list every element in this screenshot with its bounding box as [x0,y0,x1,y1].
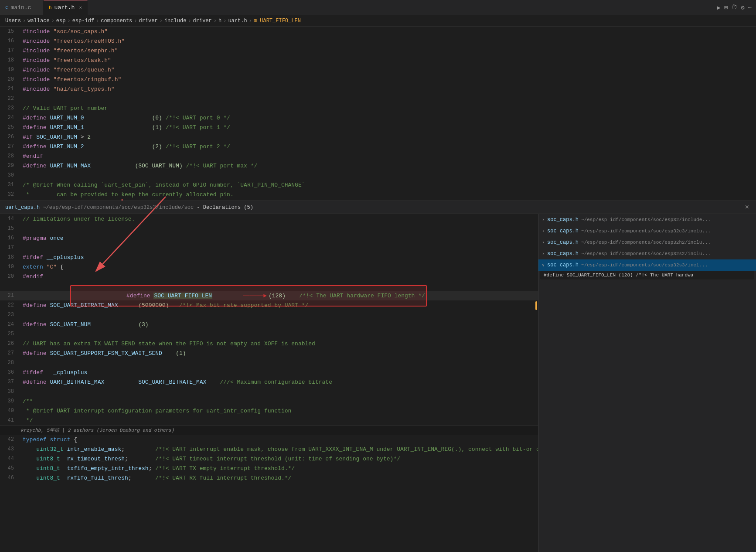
popup-line-41: 41 */ [0,416,538,425]
sidebar-path-3: ~/esp/esp-idf/components/soc/esp32s2/inc… [581,251,711,256]
popup-line-38: 38 [0,387,538,396]
line-23: 23 // Valid UART port number [0,103,756,113]
sidebar-item-4[interactable]: ∨ soc_caps.h ~/esp/esp-idf/components/so… [538,259,756,271]
tab-main-c-label: main.c [11,4,31,11]
popup-line-46: 46 uint8_t rxfifo_full_thresh; /*!< UART… [0,473,538,483]
popup-line-36b: 36 #ifdef _cplusplus [0,368,538,377]
line-19: 19 #include "freertos/queue.h" [0,65,756,75]
more-icon[interactable]: ⋯ [748,4,752,11]
popup-code-lines: 14 // limitations under the license. 15 … [0,214,538,483]
bc-driver[interactable]: driver [139,18,158,24]
line-27: 27 #define UART_NUM_2 (2) /*!< UART port… [0,142,756,151]
bc-wallace[interactable]: wallace [27,18,49,24]
chevron-right-icon-2: › [542,240,545,245]
bc-esp[interactable]: esp [56,18,66,24]
popup-line-39: 39 /** [0,396,538,406]
line-32: 32 * can be provided to keep the current… [0,190,756,199]
line-25: 25 #define UART_NUM_1 (1) /*!< UART port… [0,123,756,132]
line-21: 21 #include "hal/uart_types.h" [0,84,756,94]
bc-driver2[interactable]: driver [193,18,212,24]
sidebar-item-3[interactable]: › soc_caps.h ~/esp/esp-idf/components/so… [538,248,756,259]
tab-bar: c main.c h uart.h × ▶ ⊞ ⏱ ⚙ ⋯ [0,0,756,15]
line-29: 29 #define UART_NUM_MAX (SOC_UART_NUM) /… [0,161,756,170]
breadcrumb: Users › wallace › esp › esp-idf › compon… [0,15,756,27]
sidebar-path-2: ~/esp/esp-idf/components/soc/esp32h2/inc… [581,240,711,245]
popup-line-25: 25 [0,329,538,339]
sidebar-filename-0: soc_caps.h [547,217,579,223]
popup-line-21: 21 #define SOC_UART_FIFO_LEN ──────► (12… [0,291,538,300]
sidebar-item-2[interactable]: › soc_caps.h ~/esp/esp-idf/components/so… [538,237,756,248]
git-info-text: krzychb, 5年前 | 2 authors (Jeroen Domburg… [21,427,174,433]
popup-panel: uart_caps.h ~/esp/esp-idf/components/soc… [0,201,756,552]
h-file-icon: h [49,5,52,10]
sidebar-path-1: ~/esp/esp-idf/components/soc/esp32c3/inc… [581,228,711,234]
tab-main-c[interactable]: c main.c [0,0,44,15]
popup-line-45: 45 uint8_t txfifo_empty_intr_thresh; /*!… [0,463,538,473]
sidebar-path-0: ~/esp/esp-idf/components/soc/esp32/inclu… [581,217,711,222]
popup-line-37b: 37 #define UART_BITRATE_MAX SOC_UART_BIT… [0,377,538,387]
popup-close-button[interactable]: × [743,204,751,211]
scroll-indicator [535,301,537,310]
bc-uart-h[interactable]: uart.h [228,18,247,24]
popup-line-15: 15 [0,224,538,233]
line-28: 28 #endif [0,151,756,161]
line-30: 30 [0,170,756,180]
popup-body: 14 // limitations under the license. 15 … [0,214,756,552]
sidebar-filename-3: soc_caps.h [547,251,579,257]
popup-line-44: 44 uint8_t rx_timeout_thresh; /*!< UART … [0,454,538,463]
line-17: 17 #include "freertos/semphr.h" [0,46,756,55]
bc-include[interactable]: include [164,18,186,24]
chevron-down-icon-4: ∨ [542,262,545,268]
popup-line-24: 24 #define SOC_UART_NUM (3) [0,320,538,329]
chevron-right-icon-0: › [542,218,545,222]
popup-line-28: 28 [0,358,538,368]
popup-header: uart_caps.h ~/esp/esp-idf/components/soc… [0,201,756,214]
popup-title: uart_caps.h ~/esp/esp-idf/components/soc… [5,204,253,211]
bc-h[interactable]: h [218,18,221,24]
run-icon[interactable]: ▶ [717,4,720,11]
line-26: 26 #if SOC_UART_NUM > 2 [0,132,756,142]
bc-symbol[interactable]: ⊞ UART_FIFO_LEN [254,17,301,24]
popup-line-14: 14 // limitations under the license. [0,214,538,224]
tab-uart-h-label: uart.h [54,4,75,11]
tab-close-button[interactable]: × [79,5,82,10]
popup-line-19: 19 extern "C" { [0,262,538,272]
split-icon[interactable]: ⊞ [724,4,728,11]
popup-sidebar: › soc_caps.h ~/esp/esp-idf/components/so… [538,214,756,552]
c-file-icon: c [5,5,8,10]
line-18: 18 #include "freertos/task.h" [0,55,756,65]
sidebar-filename-4: soc_caps.h [547,262,579,268]
sidebar-item-1[interactable]: › soc_caps.h ~/esp/esp-idf/components/so… [538,225,756,237]
sidebar-filename-2: soc_caps.h [547,239,579,245]
popup-line-18: 18 #ifdef __cplusplus [0,252,538,262]
chevron-right-icon-3: › [542,252,545,256]
popup-line-40: 40 * @brief UART interrupt configuration… [0,406,538,416]
line-24: 24 #define UART_NUM_0 (0) /*!< UART port… [0,113,756,123]
line-15: 15 #include "soc/soc_caps.h" [0,27,756,36]
tab-uart-h[interactable]: h uart.h × [44,0,88,15]
sidebar-preview-text: #define SOC_UART_FIFO_LEN (128) /*!< The… [544,273,693,278]
sidebar-path-4: ~/esp/esp-idf/components/soc/esp32s3/inc… [581,262,708,268]
line-16: 16 #include "freertos/FreeRTOS.h" [0,36,756,46]
popup-line-27: 27 #define SOC_UART_SUPPORT_FSM_TX_WAIT_… [0,348,538,358]
line-20: 20 #include "freertos/ringbuf.h" [0,75,756,84]
popup-line-17: 17 [0,243,538,252]
popup-git-info: krzychb, 5年前 | 2 authors (Jeroen Domburg… [0,425,538,435]
code-lines-top: 15 #include "soc/soc_caps.h" 16 #include… [0,27,756,201]
popup-code-area: 14 // limitations under the license. 15 … [0,214,538,552]
popup-line-42: 42 typedef struct { [0,435,538,444]
popup-line-26: 26 // UART has an extra TX_WAIT_SEND sta… [0,339,538,348]
top-code-area: 15 #include "soc/soc_caps.h" 16 #include… [0,27,756,201]
sidebar-preview: #define SOC_UART_FIFO_LEN (128) /*!< The… [540,271,754,279]
settings-icon[interactable]: ⚙ [741,4,744,11]
bc-users[interactable]: Users [5,18,21,24]
bc-components[interactable]: components [101,18,132,24]
popup-line-16: 16 #pragma once [0,233,538,243]
sidebar-item-0[interactable]: › soc_caps.h ~/esp/esp-idf/components/so… [538,214,756,225]
bc-esp-idf[interactable]: esp-idf [72,18,94,24]
toolbar-icons: ▶ ⊞ ⏱ ⚙ ⋯ [717,4,756,11]
line-31: 31 /* @brief When calling `uart_set_pin`… [0,180,756,190]
line-22: 22 [0,94,756,103]
sidebar-filename-1: soc_caps.h [547,228,579,234]
timer-icon[interactable]: ⏱ [731,4,737,11]
